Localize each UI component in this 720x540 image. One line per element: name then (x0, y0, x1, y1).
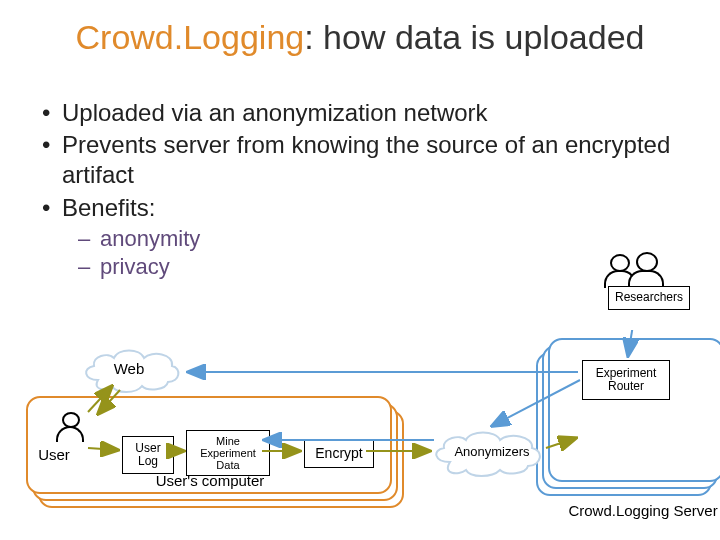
bullet-3b: privacy (78, 253, 678, 281)
server-label: Crowd.Logging Server (558, 502, 720, 519)
user-log-box: User Log (122, 436, 174, 474)
title-rest: : how data is uploaded (304, 18, 644, 56)
researchers-label: Researchers (608, 286, 690, 310)
diagram: Web Experiment Router Anonymizers User U… (0, 330, 720, 540)
bullet-3: Benefits: (38, 193, 678, 223)
slide-title: Crowd.Logging: how data is uploaded (0, 18, 720, 57)
bullet-1: Uploaded via an anonymization network (38, 98, 678, 128)
users-computer-label: User's computer (140, 472, 280, 489)
title-brand: Crowd.Logging (76, 18, 305, 56)
bullet-list: Uploaded via an anonymization network Pr… (38, 98, 678, 280)
experiment-router-box: Experiment Router (582, 360, 670, 400)
anonymizers-label: Anonymizers (448, 444, 536, 459)
bullet-2: Prevents server from knowing the source … (38, 130, 678, 190)
mine-data-box: Mine Experiment Data (186, 430, 270, 476)
web-label: Web (104, 360, 154, 377)
slide: Crowd.Logging: how data is uploaded Uplo… (0, 0, 720, 540)
user-label: User (32, 446, 76, 463)
user-icon (56, 412, 86, 442)
encrypt-box: Encrypt (304, 440, 374, 468)
bullet-3a: anonymity (78, 225, 678, 253)
